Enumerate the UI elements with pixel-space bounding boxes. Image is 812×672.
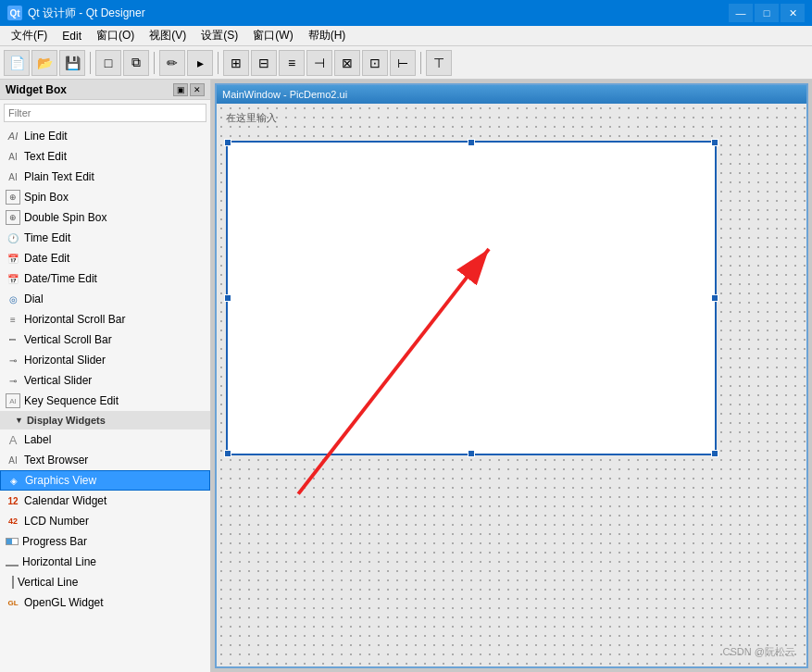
widget-item-opengl-widget[interactable]: GL OpenGL Widget [0,592,210,613]
handle-bottom-left[interactable] [224,450,231,457]
datetime-edit-label: Date/Time Edit [24,272,97,285]
grid-button-2[interactable]: ⊟ [251,50,277,76]
widget-item-date-edit[interactable]: 📅 Date Edit [0,248,210,268]
spin-box-label: Spin Box [24,191,69,204]
widget-item-horizontal-line[interactable]: Horizontal Line [0,552,210,572]
widget-item-text-browser[interactable]: AI Text Browser [0,450,210,470]
graphics-view-label: Graphics View [25,474,96,487]
title-bar: Qt Qt 设计师 - Qt Designer — □ ✕ [0,0,812,26]
layout-grid-button[interactable]: ⊠ [334,50,360,76]
widget-item-plain-text-edit[interactable]: AI Plain Text Edit [0,167,210,187]
design-widget-rect[interactable] [226,141,717,455]
handle-middle-left[interactable] [224,294,231,302]
spin-box-icon: ⊕ [6,190,20,205]
widget-item-spin-box[interactable]: ⊕ Spin Box [0,187,210,207]
toolbar-sep-3 [218,52,219,74]
menu-item-s[interactable]: 设置(S) [194,26,245,45]
menu-item-h[interactable]: 帮助(H) [301,26,354,45]
break-layout-button[interactable]: ⊢ [390,50,416,76]
line-edit-label: Line Edit [24,130,68,143]
handle-bottom-center[interactable] [468,450,475,457]
designer-content[interactable]: 在这里输入 [217,104,806,666]
widget-item-line-edit[interactable]: AI Line Edit [0,126,210,146]
app-icon: Qt [7,6,22,20]
layout-v-button[interactable]: ⊣ [306,50,332,76]
widget-box-header: Widget Box ▣ ✕ [0,80,210,100]
close-button[interactable]: ✕ [781,4,805,22]
widget-button[interactable]: □ [95,50,121,76]
opengl-widget-icon: GL [6,595,20,610]
widget-item-vertical-line[interactable]: Vertical Line [0,572,210,592]
preview-button[interactable]: ⊤ [426,50,452,76]
widget-item-double-spin-box[interactable]: ⊕ Double Spin Box [0,207,210,228]
progress-bar-label: Progress Bar [22,535,87,548]
text-edit-label: Text Edit [24,150,67,163]
open-button[interactable]: 📂 [31,50,57,76]
save-button[interactable]: 💾 [59,50,85,76]
minimize-button[interactable]: — [729,4,753,22]
widget-box-header-buttons: ▣ ✕ [173,83,205,96]
widget-box-title: Widget Box [6,83,67,96]
menu-item-o[interactable]: 窗口(O) [89,26,142,45]
line-edit-icon: AI [6,129,20,143]
widget-item-key-sequence-edit[interactable]: AI Key Sequence Edit [0,391,210,411]
time-edit-label: Time Edit [24,231,70,244]
menu-item-edit[interactable]: Edit [55,28,89,44]
widget-box: Widget Box ▣ ✕ AI Line Edit AI Text Edit… [0,80,211,672]
menu-item-w[interactable]: 窗口(W) [245,26,300,45]
widget-item-label[interactable]: A Label [0,429,210,450]
wb-close-button[interactable]: ✕ [190,83,205,96]
widget-item-vertical-slider[interactable]: ⊸ Vertical Slider [0,370,210,391]
widget-item-text-edit[interactable]: AI Text Edit [0,146,210,167]
vertical-scroll-bar-label: Vertical Scroll Bar [24,333,112,346]
layout-button[interactable]: ⧉ [123,50,149,76]
title-bar-controls: — □ ✕ [729,4,805,22]
widget-item-datetime-edit[interactable]: 📅 Date/Time Edit [0,268,210,289]
new-button[interactable]: 📄 [4,50,30,76]
plain-text-edit-icon: AI [6,169,20,184]
edit-mode-button[interactable]: ✏ [159,50,185,76]
handle-top-right[interactable] [711,139,718,146]
widget-item-horizontal-scroll-bar[interactable]: ≡ Horizontal Scroll Bar [0,309,210,330]
widget-item-graphics-view[interactable]: ◈ Graphics View [0,470,210,491]
vertical-scroll-bar-icon: ⫿ [6,332,20,347]
handle-top-left[interactable] [224,139,231,146]
graphics-view-icon: ◈ [6,473,21,488]
key-sequence-edit-icon: AI [6,393,20,408]
widget-item-dial[interactable]: ◎ Dial [0,289,210,309]
widget-item-calendar-widget[interactable]: 12 Calendar Widget [0,491,210,511]
label-label: Label [24,433,51,446]
grid-button-1[interactable]: ⊞ [223,50,249,76]
text-edit-icon: AI [6,149,20,164]
lcd-number-label: LCD Number [24,515,89,528]
widget-item-vertical-scroll-bar[interactable]: ⫿ Vertical Scroll Bar [0,330,210,350]
plain-text-edit-label: Plain Text Edit [24,170,94,183]
layout-form-button[interactable]: ⊡ [362,50,388,76]
double-spin-box-label: Double Spin Box [24,211,106,224]
toolbar-sep-2 [154,52,155,74]
menu-item-v[interactable]: 视图(V) [142,26,194,45]
horizontal-slider-label: Horizontal Slider [24,354,106,367]
date-edit-label: Date Edit [24,252,69,265]
display-widgets-section[interactable]: ▼ Display Widgets [0,411,210,429]
widget-item-horizontal-slider[interactable]: ⊸ Horizontal Slider [0,350,210,370]
text-browser-label: Text Browser [24,454,88,467]
widget-item-lcd-number[interactable]: 42 LCD Number [0,511,210,531]
vertical-line-icon [12,576,14,589]
maximize-button[interactable]: □ [755,4,779,22]
calendar-widget-icon: 12 [6,493,20,508]
arrow-button[interactable]: ▸ [187,50,213,76]
handle-bottom-right[interactable] [711,450,718,457]
horizontal-line-icon [6,565,19,566]
layout-h-button[interactable]: ≡ [279,50,305,76]
widget-item-time-edit[interactable]: 🕐 Time Edit [0,228,210,248]
vertical-line-label: Vertical Line [18,576,78,589]
handle-top-center[interactable] [468,139,475,146]
filter-input[interactable] [4,104,206,122]
wb-restore-button[interactable]: ▣ [173,83,188,96]
menu-item-f[interactable]: 文件(F) [4,26,55,45]
handle-middle-right[interactable] [711,294,718,302]
designer-window: MainWindow - PicDemo2.ui 在这里输入 [215,83,808,668]
widget-item-progress-bar[interactable]: Progress Bar [0,531,210,552]
watermark: CSDN @阮松云 [723,645,795,659]
